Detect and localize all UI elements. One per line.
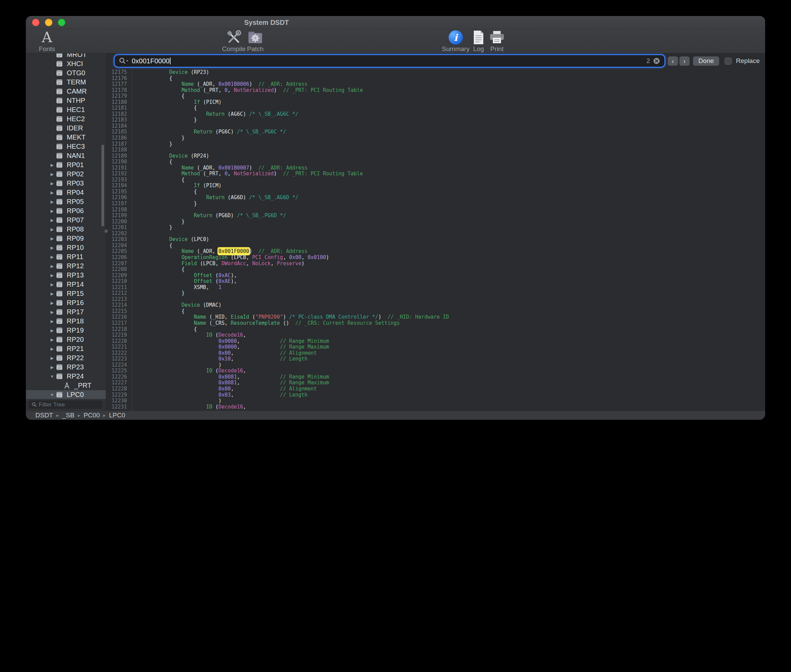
tree-item-rp18[interactable]: ▶ RP18 bbox=[26, 317, 106, 326]
code-line[interactable]: } bbox=[145, 117, 765, 123]
zoom-button[interactable] bbox=[58, 19, 66, 26]
tree-item-rp04[interactable]: ▶ RP04 bbox=[26, 188, 106, 197]
tree-item-hec3[interactable]: HEC3 bbox=[26, 142, 106, 151]
tree-item-rp08[interactable]: ▶ RP08 bbox=[26, 225, 106, 234]
code-line[interactable]: 0x00, // Alignment bbox=[145, 350, 765, 357]
breadcrumb-item-dsdt[interactable]: DSDT bbox=[35, 411, 53, 419]
tree-item-nthp[interactable]: NTHP bbox=[26, 96, 106, 105]
triangle-right-icon[interactable]: ▶ bbox=[48, 347, 56, 351]
triangle-right-icon[interactable]: ▶ bbox=[48, 227, 56, 232]
titlebar[interactable]: System DSDT bbox=[26, 16, 765, 29]
sidebar-scrollbar[interactable] bbox=[101, 145, 104, 226]
tree-item-rp20[interactable]: ▶ RP20 bbox=[26, 335, 106, 344]
find-next-button[interactable]: › bbox=[679, 56, 690, 66]
tree-item-rp15[interactable]: ▶ RP15 bbox=[26, 289, 106, 298]
tree-item-rp09[interactable]: ▶ RP09 bbox=[26, 234, 106, 243]
triangle-right-icon[interactable]: ▶ bbox=[48, 319, 56, 324]
tree-item-camr[interactable]: CAMR bbox=[26, 87, 106, 96]
triangle-right-icon[interactable]: ▶ bbox=[48, 365, 56, 370]
code-line[interactable]: Offset (0xAE), bbox=[145, 278, 765, 285]
code-line[interactable] bbox=[145, 123, 765, 130]
code-line[interactable]: Device (RP23) bbox=[145, 69, 765, 75]
code-line[interactable]: } bbox=[145, 225, 765, 231]
code-line[interactable]: Field (LPCB, DWordAcc, NoLock, Preserve) bbox=[145, 261, 765, 267]
code-line[interactable]: 0x03, // Length bbox=[145, 392, 765, 398]
breadcrumb-item-_sb[interactable]: _SB bbox=[62, 411, 75, 419]
tree-item-rp14[interactable]: ▶ RP14 bbox=[26, 280, 106, 289]
tree-item-mekt[interactable]: MEKT bbox=[26, 133, 106, 142]
code-line[interactable]: } bbox=[145, 141, 765, 147]
code-line[interactable]: { bbox=[145, 243, 765, 249]
tree-item-rp05[interactable]: ▶ RP05 bbox=[26, 197, 106, 206]
code-line[interactable]: } bbox=[145, 290, 765, 296]
triangle-right-icon[interactable]: ▶ bbox=[48, 236, 56, 241]
tree-item-_prt[interactable]: _PRT bbox=[26, 381, 106, 390]
code-line[interactable]: } bbox=[145, 219, 765, 225]
code-line[interactable] bbox=[145, 231, 765, 237]
code-editor[interactable]: 1217512176121771217812179121801218112182… bbox=[106, 69, 765, 411]
code-line[interactable]: Name (_CRS, ResourceTemplate () // _CRS:… bbox=[145, 320, 765, 326]
code-line[interactable]: 0x10, // Length bbox=[145, 356, 765, 362]
tree-item-rp06[interactable]: ▶ RP06 bbox=[26, 206, 106, 216]
tree-item-mrot[interactable]: MROT bbox=[26, 53, 106, 59]
code-line[interactable]: 0x0081, // Range Maximum bbox=[145, 380, 765, 386]
code-line[interactable]: { bbox=[145, 326, 765, 333]
tree-item-rp07[interactable]: ▶ RP07 bbox=[26, 216, 106, 225]
code-line[interactable]: } bbox=[145, 135, 765, 141]
tree-item-rp19[interactable]: ▶ RP19 bbox=[26, 326, 106, 335]
tree-item-rp22[interactable]: ▶ RP22 bbox=[26, 354, 106, 363]
code-line[interactable]: Name (_HID, EisaId ("PNP0200") /* PC-cla… bbox=[145, 314, 765, 320]
code-line[interactable]: Name (_ADR, 0x001F0000) // _ADR: Address bbox=[145, 248, 765, 254]
tree-item-xhci[interactable]: XHCI bbox=[26, 59, 106, 69]
triangle-right-icon[interactable]: ▶ bbox=[48, 172, 56, 177]
code-line[interactable]: Return (PG6D) /* \_SB_.PG6D */ bbox=[145, 213, 765, 219]
done-button[interactable]: Done bbox=[693, 56, 719, 66]
triangle-right-icon[interactable]: ▶ bbox=[48, 328, 56, 333]
splitter-handle[interactable] bbox=[104, 229, 108, 233]
search-icon[interactable] bbox=[119, 58, 129, 64]
filter-field[interactable]: Filter Tree bbox=[29, 401, 102, 408]
tree-item-otg0[interactable]: OTG0 bbox=[26, 69, 106, 78]
tree-item-term[interactable]: TERM bbox=[26, 78, 106, 87]
code-line[interactable]: Return (AG6C) /* \_SB_.AG6C */ bbox=[145, 111, 765, 117]
tree-item-hec1[interactable]: HEC1 bbox=[26, 105, 106, 114]
code-line[interactable]: Name (_ADR, 0x001B0007) // _ADR: Address bbox=[145, 165, 765, 171]
triangle-right-icon[interactable]: ▶ bbox=[48, 190, 56, 195]
code-line[interactable]: IO (Decode16, bbox=[145, 332, 765, 338]
minimize-button[interactable] bbox=[45, 19, 53, 26]
code-line[interactable]: Name (_ADR, 0x001B0006) // _ADR: Address bbox=[145, 82, 765, 88]
tree-item-rp01[interactable]: ▶ RP01 bbox=[26, 160, 106, 170]
triangle-right-icon[interactable]: ▶ bbox=[48, 301, 56, 306]
code-line[interactable]: Device (RP24) bbox=[145, 153, 765, 159]
patch-button[interactable]: Patch bbox=[235, 30, 276, 53]
code-line[interactable]: { bbox=[145, 93, 765, 99]
code-line[interactable]: Device (LPC0) bbox=[145, 237, 765, 243]
triangle-right-icon[interactable]: ▶ bbox=[48, 356, 56, 360]
code-line[interactable]: { bbox=[145, 159, 765, 165]
triangle-down-icon[interactable]: ▼ bbox=[48, 374, 56, 379]
triangle-right-icon[interactable]: ▶ bbox=[48, 163, 56, 168]
search-field[interactable]: 0x001F0000 2 bbox=[115, 55, 665, 67]
triangle-right-icon[interactable]: ▶ bbox=[48, 218, 56, 222]
code-line[interactable]: { bbox=[145, 75, 765, 82]
code-line[interactable] bbox=[145, 147, 765, 153]
tree-item-rp12[interactable]: ▶ RP12 bbox=[26, 261, 106, 270]
triangle-right-icon[interactable]: ▶ bbox=[48, 254, 56, 259]
replace-checkbox[interactable] bbox=[725, 58, 732, 65]
triangle-right-icon[interactable]: ▶ bbox=[48, 338, 56, 342]
tree-item-rp21[interactable]: ▶ RP21 bbox=[26, 344, 106, 354]
code-line[interactable]: Device (DMAC) bbox=[145, 302, 765, 309]
tree-item-ider[interactable]: IDER bbox=[26, 123, 106, 133]
code-line[interactable]: 0x0081, // Range Minimum bbox=[145, 374, 765, 380]
tree-item-rp16[interactable]: ▶ RP16 bbox=[26, 298, 106, 307]
tree-item-rp10[interactable]: ▶ RP10 bbox=[26, 243, 106, 252]
code-line[interactable] bbox=[145, 296, 765, 302]
tree-item-rp13[interactable]: ▶ RP13 bbox=[26, 270, 106, 280]
code-lines[interactable]: Device (RP23) { Name (_ADR, 0x001B0006) … bbox=[132, 69, 765, 411]
code-line[interactable]: Return (AG6D) /* \_SB_.AG6D */ bbox=[145, 195, 765, 201]
triangle-right-icon[interactable]: ▶ bbox=[48, 209, 56, 213]
fonts-button[interactable]: A Fonts bbox=[27, 30, 67, 53]
print-button[interactable]: Print bbox=[476, 30, 517, 53]
tree-item-hec2[interactable]: HEC2 bbox=[26, 114, 106, 123]
find-previous-button[interactable]: ‹ bbox=[668, 56, 678, 66]
